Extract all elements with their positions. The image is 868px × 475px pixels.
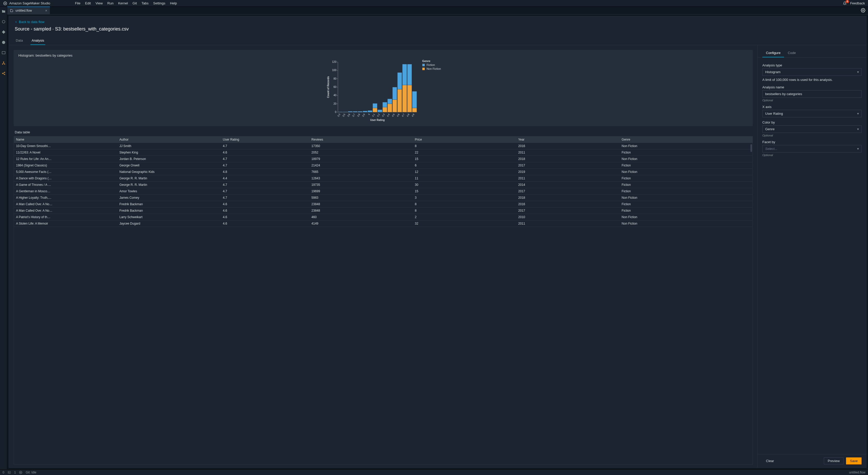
legend-item: Fiction bbox=[422, 63, 441, 66]
table-row[interactable]: A Game of Thrones / A …George R. R. Mart… bbox=[14, 182, 752, 188]
menu-file[interactable]: File bbox=[75, 1, 80, 5]
table-row[interactable]: A Patriot's History of th…Larry Schweika… bbox=[14, 214, 752, 220]
settings-button[interactable] bbox=[861, 8, 865, 13]
back-link[interactable]: Back to data flow bbox=[9, 16, 866, 24]
folder-icon[interactable] bbox=[2, 9, 6, 13]
flow-file-icon bbox=[10, 9, 13, 12]
analysis-type-label: Analysis type bbox=[762, 63, 862, 67]
clear-button[interactable]: Clear bbox=[762, 458, 778, 464]
cell: 2052 bbox=[309, 149, 413, 156]
activity-sidebar bbox=[0, 7, 7, 469]
svg-point-8 bbox=[2, 73, 3, 74]
colorby-select[interactable]: Genre bbox=[762, 125, 862, 133]
cell: Amor Towles bbox=[117, 188, 221, 195]
data-table[interactable]: NameAuthorUser RatingReviewsPriceYearGen… bbox=[14, 136, 753, 465]
tab-code[interactable]: Code bbox=[784, 49, 799, 57]
cell: Fiction bbox=[619, 149, 752, 156]
cell: 2017 bbox=[516, 162, 619, 169]
close-tab-button[interactable]: × bbox=[45, 8, 47, 13]
svg-text:4.3: 4.3 bbox=[381, 113, 385, 117]
file-tab[interactable]: untitled.flow × bbox=[7, 6, 50, 14]
menu-view[interactable]: View bbox=[96, 1, 103, 5]
file-tab-name: untitled.flow bbox=[16, 9, 32, 12]
col-header[interactable]: Price bbox=[413, 137, 516, 143]
table-row[interactable]: 5,000 Awesome Facts (…National Geographi… bbox=[14, 169, 752, 175]
tab-data[interactable]: Data bbox=[15, 36, 24, 45]
share-icon[interactable] bbox=[2, 71, 6, 76]
terminal-icon[interactable] bbox=[7, 471, 11, 474]
svg-text:40: 40 bbox=[334, 94, 337, 97]
table-row[interactable]: 1984 (Signet Classics)George Orwell4.721… bbox=[14, 162, 752, 169]
svg-text:100: 100 bbox=[332, 69, 336, 71]
table-row[interactable]: A Gentleman in Mosco…Amor Towles4.719699… bbox=[14, 188, 752, 195]
table-row[interactable]: 10-Day Green Smoothi…JJ Smith4.717350820… bbox=[14, 143, 752, 149]
menu-tabs[interactable]: Tabs bbox=[142, 1, 149, 5]
cell: Fredrik Backman bbox=[117, 208, 221, 214]
cell: 7665 bbox=[309, 169, 413, 175]
diamond-icon[interactable] bbox=[2, 30, 6, 34]
cell: 4.6 bbox=[221, 220, 309, 227]
palette-icon[interactable] bbox=[2, 40, 6, 44]
cell: 2011 bbox=[516, 149, 619, 156]
menu-git[interactable]: Git bbox=[132, 1, 137, 5]
cell: 19735 bbox=[309, 182, 413, 188]
workspace: Back to data flow Source - sampled · S3:… bbox=[9, 16, 866, 468]
table-row[interactable]: A Stolen Life: A MemoirJaycee Dugard4.64… bbox=[14, 220, 752, 227]
svg-rect-58 bbox=[397, 72, 402, 89]
window-icon[interactable] bbox=[2, 51, 6, 55]
row-limit-note: A limit of 100,000 rows is used for this… bbox=[762, 78, 862, 82]
svg-point-71 bbox=[21, 472, 22, 473]
menu-settings[interactable]: Settings bbox=[153, 1, 165, 5]
col-header[interactable]: User Rating bbox=[221, 137, 309, 143]
table-row[interactable]: 12 Rules for Life: An An…Jordan B. Peter… bbox=[14, 156, 752, 162]
histogram-chart: 020406080100120Count of Records3.33.53.6… bbox=[326, 59, 418, 121]
table-row[interactable]: A Man Called Ove: A No…Fredrik Backman4.… bbox=[14, 201, 752, 208]
svg-rect-29 bbox=[338, 112, 343, 112]
table-row[interactable]: A Higher Loyalty: Truth,…James Comey4.75… bbox=[14, 195, 752, 201]
xaxis-label: X axis bbox=[762, 105, 862, 109]
table-row[interactable]: A Man Called Ove: A No…Fredrik Backman4.… bbox=[14, 208, 752, 214]
table-row[interactable]: 11/22/63: A NovelStephen King4.620522220… bbox=[14, 149, 752, 156]
tab-configure[interactable]: Configure bbox=[762, 49, 784, 57]
analysis-type-select[interactable]: Histogram bbox=[762, 68, 862, 76]
menu-run[interactable]: Run bbox=[107, 1, 114, 5]
svg-rect-57 bbox=[397, 89, 402, 112]
facetby-select[interactable]: Select... bbox=[762, 145, 862, 152]
page-title: Source - sampled · S3: bestsellers_with_… bbox=[9, 24, 866, 36]
col-header[interactable]: Reviews bbox=[309, 137, 413, 143]
col-header[interactable]: Name bbox=[14, 137, 117, 143]
cell: George Orwell bbox=[117, 162, 221, 169]
preview-button[interactable]: Preview bbox=[824, 457, 843, 465]
cell: 4.4 bbox=[221, 175, 309, 182]
menu-edit[interactable]: Edit bbox=[85, 1, 91, 5]
settings-cog-icon[interactable] bbox=[19, 471, 23, 474]
circle-icon[interactable] bbox=[2, 20, 6, 24]
svg-rect-70 bbox=[8, 471, 10, 473]
cell: Non Fiction bbox=[619, 143, 752, 149]
cell: James Comey bbox=[117, 195, 221, 201]
col-header[interactable]: Year bbox=[516, 137, 619, 143]
analysis-name-input[interactable] bbox=[762, 90, 862, 98]
menu-kernel[interactable]: Kernel bbox=[118, 1, 128, 5]
menu-help[interactable]: Help bbox=[170, 1, 177, 5]
svg-point-2 bbox=[2, 21, 5, 23]
cell: 21424 bbox=[309, 162, 413, 169]
col-header[interactable]: Genre bbox=[619, 137, 752, 143]
svg-point-11 bbox=[863, 10, 864, 11]
table-row[interactable]: A Dance with Dragons (…George R. R. Mart… bbox=[14, 175, 752, 182]
network-icon[interactable] bbox=[2, 61, 6, 65]
svg-rect-33 bbox=[348, 111, 352, 112]
col-header[interactable]: Author bbox=[117, 137, 221, 143]
subtabs: Data Analysis bbox=[9, 36, 866, 45]
cell: 5983 bbox=[309, 195, 413, 201]
cell: 8 bbox=[413, 143, 516, 149]
save-button[interactable]: Save bbox=[846, 457, 862, 465]
feedback-link[interactable]: Feedback bbox=[850, 1, 865, 5]
notifications-button[interactable]: 4 bbox=[843, 2, 846, 5]
cell: 4.7 bbox=[221, 195, 309, 201]
tab-analysis[interactable]: Analysis bbox=[30, 36, 45, 45]
xaxis-select[interactable]: User Rating bbox=[762, 110, 862, 117]
cell: 2019 bbox=[516, 169, 619, 175]
svg-rect-48 bbox=[382, 107, 387, 112]
scrollbar-thumb[interactable] bbox=[750, 144, 752, 152]
